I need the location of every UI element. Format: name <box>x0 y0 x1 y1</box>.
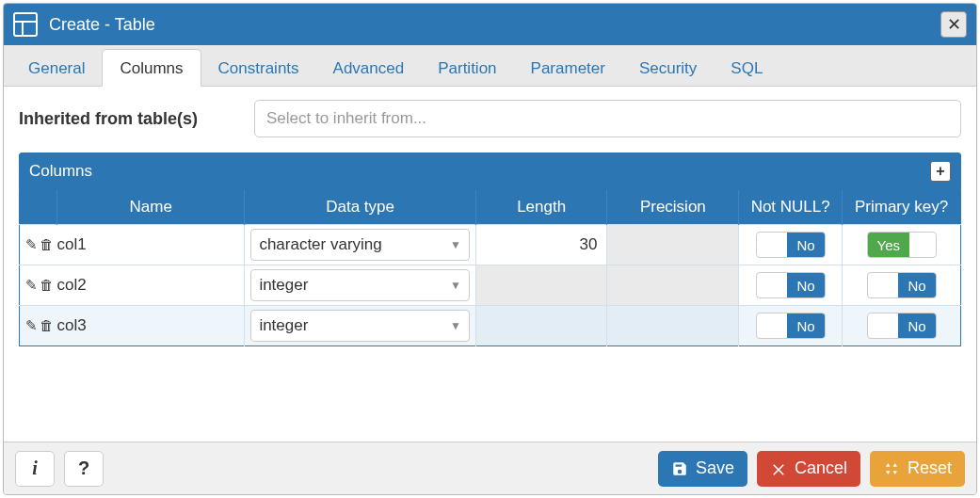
primarykey-cell: No <box>843 306 961 346</box>
titlebar: Create - Table ✕ <box>4 4 976 45</box>
chevron-down-icon: ▼ <box>450 279 461 292</box>
name-cell[interactable]: col2 <box>56 265 244 306</box>
table-row: ✎🗑col2integer▼NoNo <box>20 265 961 306</box>
length-cell[interactable] <box>475 225 607 265</box>
notnull-cell: No <box>739 306 843 346</box>
tab-columns[interactable]: Columns <box>102 49 201 87</box>
notnull-toggle[interactable]: No <box>745 272 836 298</box>
tab-advanced[interactable]: Advanced <box>316 50 422 86</box>
add-column-button[interactable]: + <box>930 161 951 182</box>
trash-icon[interactable]: 🗑 <box>40 236 54 253</box>
datatype-select[interactable]: integer▼ <box>250 269 469 301</box>
info-icon: i <box>32 458 38 479</box>
reset-label: Reset <box>908 458 952 478</box>
columns-section-header: Columns + <box>19 153 961 190</box>
toggle-label: No <box>787 313 824 338</box>
columns-table: Name Data type Length Precision Not NULL… <box>19 190 961 346</box>
reset-button[interactable]: Reset <box>870 451 965 487</box>
trash-icon[interactable]: 🗑 <box>40 317 54 334</box>
plus-icon: + <box>936 163 944 180</box>
th-name: Name <box>56 190 244 225</box>
edit-icon[interactable]: ✎ <box>25 236 38 253</box>
table-icon <box>13 12 38 37</box>
close-button[interactable]: ✕ <box>940 11 967 38</box>
cancel-icon <box>770 460 787 477</box>
create-table-dialog: Create - Table ✕ General Columns Constra… <box>3 3 977 495</box>
chevron-down-icon: ▼ <box>450 238 461 251</box>
edit-icon[interactable]: ✎ <box>25 317 38 334</box>
content-area: Inherited from table(s) Columns + Name D… <box>4 87 976 442</box>
length-cell <box>475 306 607 346</box>
primarykey-toggle[interactable]: No <box>848 313 955 339</box>
datatype-value: integer <box>259 316 450 335</box>
save-label: Save <box>696 458 734 478</box>
notnull-cell: No <box>739 225 843 265</box>
save-icon <box>671 460 688 477</box>
tab-bar: General Columns Constraints Advanced Par… <box>4 45 976 87</box>
toggle-label: No <box>898 273 935 297</box>
primarykey-cell: Yes <box>843 225 961 265</box>
save-button[interactable]: Save <box>658 451 747 487</box>
th-data-type: Data type <box>245 190 475 225</box>
footer: i ? Save Cancel Reset <box>4 442 976 494</box>
recycle-icon <box>883 460 900 477</box>
toggle-label: No <box>787 233 824 257</box>
edit-icon[interactable]: ✎ <box>25 277 38 294</box>
inherit-row: Inherited from table(s) <box>19 100 961 137</box>
datatype-value: character varying <box>259 235 450 254</box>
datatype-cell: integer▼ <box>245 265 475 306</box>
help-button[interactable]: ? <box>64 451 104 487</box>
inherit-label: Inherited from table(s) <box>19 109 254 129</box>
th-length: Length <box>475 190 607 225</box>
tab-general[interactable]: General <box>11 50 102 86</box>
cancel-button[interactable]: Cancel <box>757 451 860 487</box>
cancel-label: Cancel <box>795 458 847 478</box>
name-cell[interactable]: col1 <box>56 225 244 265</box>
tab-sql[interactable]: SQL <box>714 50 779 86</box>
precision-cell <box>607 225 739 265</box>
tab-parameter[interactable]: Parameter <box>514 50 622 86</box>
length-input[interactable] <box>482 235 602 254</box>
tab-constraints[interactable]: Constraints <box>201 50 316 86</box>
info-button[interactable]: i <box>15 451 55 487</box>
tab-partition[interactable]: Partition <box>421 50 513 86</box>
th-precision: Precision <box>607 190 739 225</box>
row-actions-cell: ✎🗑 <box>20 306 57 346</box>
tab-security[interactable]: Security <box>622 50 714 86</box>
primarykey-cell: No <box>843 265 961 306</box>
row-actions-cell: ✎🗑 <box>20 225 57 265</box>
datatype-select[interactable]: character varying▼ <box>250 229 469 261</box>
table-row: ✎🗑col3integer▼NoNo <box>20 306 961 346</box>
notnull-toggle[interactable]: No <box>745 313 836 339</box>
notnull-cell: No <box>739 265 843 306</box>
datatype-value: integer <box>259 276 450 295</box>
th-not-null: Not NULL? <box>739 190 843 225</box>
datatype-select[interactable]: integer▼ <box>250 310 469 342</box>
primarykey-toggle[interactable]: Yes <box>848 232 955 258</box>
close-icon: ✕ <box>947 14 961 35</box>
precision-cell <box>607 306 739 346</box>
dialog-title: Create - Table <box>49 15 940 35</box>
precision-cell <box>607 265 739 306</box>
chevron-down-icon: ▼ <box>450 319 461 332</box>
trash-icon[interactable]: 🗑 <box>40 277 54 294</box>
primarykey-toggle[interactable]: No <box>848 272 955 298</box>
datatype-cell: integer▼ <box>245 306 475 346</box>
toggle-label: No <box>898 313 935 338</box>
notnull-toggle[interactable]: No <box>745 232 836 258</box>
th-primary-key: Primary key? <box>843 190 961 225</box>
table-row: ✎🗑col1character varying▼NoYes <box>20 225 961 265</box>
toggle-label: No <box>787 273 824 297</box>
toggle-label: Yes <box>868 233 909 257</box>
row-actions-cell: ✎🗑 <box>20 265 57 306</box>
length-cell <box>475 265 607 306</box>
inherit-input[interactable] <box>254 100 961 137</box>
help-icon: ? <box>78 458 89 479</box>
name-cell[interactable]: col3 <box>56 306 244 346</box>
columns-section-title: Columns <box>29 162 930 181</box>
datatype-cell: character varying▼ <box>245 225 475 265</box>
